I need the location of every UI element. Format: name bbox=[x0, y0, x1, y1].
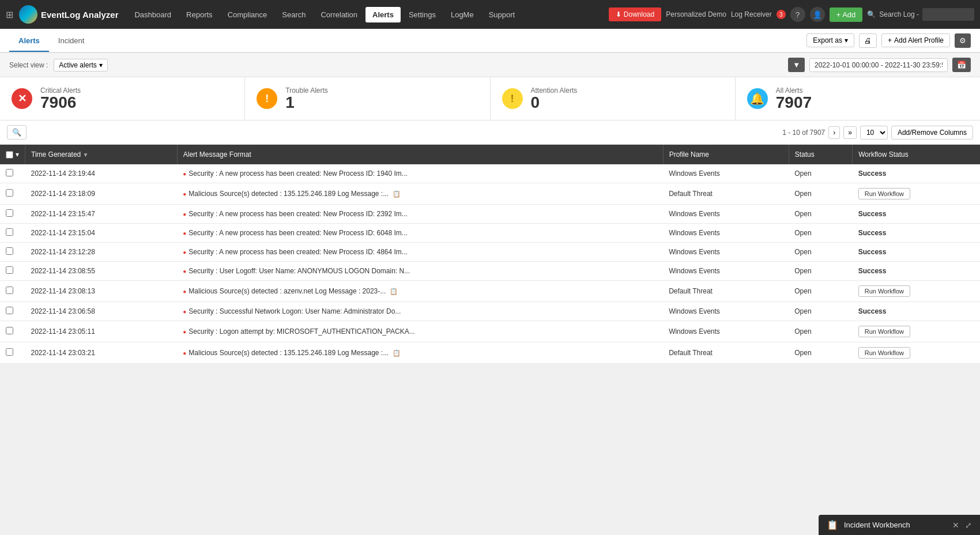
run-workflow-button[interactable]: Run Workflow bbox=[858, 326, 910, 337]
row-checkbox[interactable] bbox=[6, 307, 13, 314]
time-generated-header[interactable]: Time Generated ▼ bbox=[25, 145, 178, 164]
row-checkbox[interactable] bbox=[6, 327, 13, 334]
table-area: ▾ Time Generated ▼ Alert Message Format … bbox=[0, 145, 980, 364]
row-time: 2022-11-14 23:19:44 bbox=[25, 164, 178, 183]
filter-bar: Select view : Active alerts ▾ ▼ 📅 bbox=[0, 53, 980, 77]
search-log-label: Search Log - bbox=[879, 10, 919, 18]
grid-icon[interactable]: ⊞ bbox=[6, 9, 13, 20]
logo-icon bbox=[19, 5, 37, 24]
active-alerts-select[interactable]: Active alerts ▾ bbox=[54, 59, 107, 71]
nav-compliance[interactable]: Compliance bbox=[221, 7, 274, 22]
date-range-input[interactable] bbox=[809, 58, 948, 72]
filter-button[interactable]: ▼ bbox=[788, 58, 805, 72]
download-button[interactable]: ⬇ Download bbox=[609, 7, 661, 21]
row-checkbox[interactable] bbox=[6, 228, 13, 236]
trouble-alerts-card[interactable]: ! Trouble Alerts 1 bbox=[245, 77, 490, 120]
copy-icon[interactable]: 📋 bbox=[388, 288, 398, 295]
export-as-button[interactable]: Export as ▾ bbox=[806, 33, 854, 47]
download-label: Download bbox=[624, 10, 654, 18]
row-checkbox[interactable] bbox=[6, 247, 13, 255]
trouble-count: 1 bbox=[285, 95, 328, 111]
nav-reports[interactable]: Reports bbox=[179, 7, 220, 22]
per-page-select[interactable]: 10 25 50 bbox=[860, 126, 888, 140]
row-checkbox[interactable] bbox=[6, 189, 13, 197]
row-checkbox[interactable] bbox=[6, 209, 13, 217]
row-profile: Windows Events bbox=[663, 302, 789, 321]
row-workflow[interactable]: Run Workflow bbox=[853, 281, 980, 302]
row-time: 2022-11-14 23:08:55 bbox=[25, 262, 178, 281]
notification-badge[interactable]: 3 bbox=[777, 10, 786, 19]
row-checkbox[interactable] bbox=[6, 266, 13, 274]
calendar-button[interactable]: 📅 bbox=[952, 58, 971, 72]
row-checkbox[interactable] bbox=[6, 348, 13, 356]
table-toolbar: 🔍 1 - 10 of 7907 › » 10 25 50 Add/Remove… bbox=[0, 120, 980, 145]
severity-dot: ● bbox=[183, 171, 186, 177]
attention-alerts-card[interactable]: ! Attention Alerts 0 bbox=[491, 77, 736, 120]
personalized-demo-link[interactable]: Personalized Demo bbox=[666, 10, 726, 18]
tab-alerts[interactable]: Alerts bbox=[9, 31, 49, 52]
nav-dashboard[interactable]: Dashboard bbox=[127, 7, 178, 22]
row-status: Open bbox=[789, 205, 852, 224]
tab-incident[interactable]: Incident bbox=[49, 31, 94, 52]
row-time: 2022-11-14 23:03:21 bbox=[25, 342, 178, 364]
nav-support[interactable]: Support bbox=[482, 7, 522, 22]
row-status: Open bbox=[789, 224, 852, 243]
row-checkbox[interactable] bbox=[6, 287, 13, 294]
run-workflow-button[interactable]: Run Workflow bbox=[858, 347, 910, 359]
row-profile: Default Threat bbox=[663, 342, 789, 364]
all-alerts-icon: 🔔 bbox=[747, 88, 768, 109]
row-message: ●Malicious Source(s) detected : azenv.ne… bbox=[177, 281, 663, 302]
filter-icon: ▼ bbox=[793, 61, 800, 69]
row-status: Open bbox=[789, 262, 852, 281]
nav-settings[interactable]: Settings bbox=[402, 7, 443, 22]
add-alert-profile-button[interactable]: + Add Alert Profile bbox=[881, 33, 950, 47]
export-chevron: ▾ bbox=[845, 36, 848, 44]
pagination-text: 1 - 10 of 7907 bbox=[782, 129, 825, 137]
nav-correlation[interactable]: Correlation bbox=[314, 7, 364, 22]
add-button[interactable]: + Add bbox=[830, 7, 863, 22]
nav-search[interactable]: Search bbox=[275, 7, 312, 22]
last-page-button[interactable]: » bbox=[843, 126, 857, 139]
row-workflow[interactable]: Run Workflow bbox=[853, 183, 980, 205]
copy-icon[interactable]: 📋 bbox=[391, 349, 401, 356]
log-receiver-link[interactable]: Log Receiver bbox=[731, 10, 772, 18]
table-search-button[interactable]: 🔍 bbox=[7, 125, 27, 140]
nav-logme[interactable]: LogMe bbox=[444, 7, 481, 22]
add-alert-icon: + bbox=[888, 36, 892, 44]
row-time: 2022-11-14 23:15:47 bbox=[25, 205, 178, 224]
calendar-icon: 📅 bbox=[957, 61, 966, 69]
alert-message-header[interactable]: Alert Message Format bbox=[177, 145, 663, 164]
critical-icon: ✕ bbox=[12, 88, 32, 109]
row-workflow[interactable]: Run Workflow bbox=[853, 321, 980, 342]
select-all-column[interactable]: ▾ bbox=[0, 145, 25, 164]
run-workflow-button[interactable]: Run Workflow bbox=[858, 285, 910, 297]
search-log-input[interactable] bbox=[922, 8, 974, 21]
download-icon: ⬇ bbox=[616, 10, 621, 18]
gear-settings-button[interactable]: ⚙ bbox=[955, 33, 971, 48]
add-alert-label: Add Alert Profile bbox=[894, 36, 944, 44]
topbar-right: ⬇ Download Personalized Demo Log Receive… bbox=[609, 7, 974, 22]
workflow-status-header[interactable]: Workflow Status bbox=[853, 145, 980, 164]
sort-dropdown-icon[interactable]: ▾ bbox=[16, 150, 19, 159]
select-all-checkbox[interactable] bbox=[6, 151, 13, 159]
printer-button[interactable]: 🖨 bbox=[859, 33, 877, 48]
row-time: 2022-11-14 23:06:58 bbox=[25, 302, 178, 321]
add-remove-columns-button[interactable]: Add/Remove Columns bbox=[891, 126, 973, 140]
search-log-area: 🔍 Search Log - bbox=[867, 8, 974, 21]
attention-icon: ! bbox=[502, 88, 523, 109]
row-checkbox[interactable] bbox=[6, 169, 13, 176]
all-alerts-card[interactable]: 🔔 All Alerts 7907 bbox=[736, 77, 980, 120]
row-workflow[interactable]: Run Workflow bbox=[853, 342, 980, 364]
next-page-button[interactable]: › bbox=[828, 126, 840, 139]
nav-alerts[interactable]: Alerts bbox=[365, 7, 401, 22]
help-icon: ? bbox=[796, 10, 800, 19]
profile-name-header[interactable]: Profile Name bbox=[663, 145, 789, 164]
copy-icon[interactable]: 📋 bbox=[391, 190, 401, 197]
status-header[interactable]: Status bbox=[789, 145, 852, 164]
help-button[interactable]: ? bbox=[790, 7, 805, 22]
table-row: 2022-11-14 23:03:21●Malicious Source(s) … bbox=[0, 342, 980, 364]
run-workflow-button[interactable]: Run Workflow bbox=[858, 188, 910, 199]
critical-alerts-card[interactable]: ✕ Critical Alerts 7906 bbox=[0, 77, 245, 120]
user-menu-button[interactable]: 👤 bbox=[810, 7, 825, 22]
sub-tabs-right: Export as ▾ 🖨 + Add Alert Profile ⚙ bbox=[806, 33, 971, 48]
